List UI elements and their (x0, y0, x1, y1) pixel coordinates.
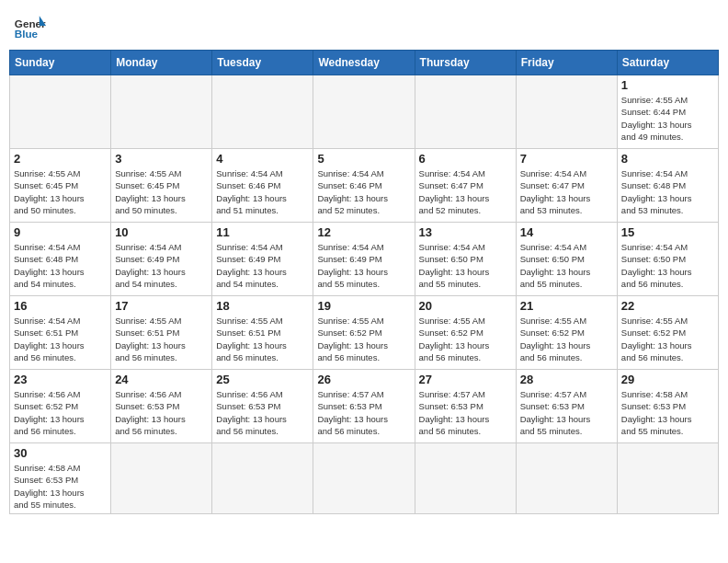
day-number: 16 (14, 299, 107, 313)
day-info: Sunrise: 4:56 AM Sunset: 6:53 PM Dayligh… (115, 388, 208, 437)
weekday-header-saturday: Saturday (617, 51, 718, 75)
day-number: 25 (216, 373, 309, 386)
day-number: 19 (317, 299, 410, 313)
day-info: Sunrise: 4:54 AM Sunset: 6:50 PM Dayligh… (520, 241, 613, 290)
day-cell: 6Sunrise: 4:54 AM Sunset: 6:47 PM Daylig… (415, 149, 516, 223)
day-cell: 28Sunrise: 4:57 AM Sunset: 6:53 PM Dayli… (516, 370, 617, 443)
page-header: General Blue (9, 9, 719, 42)
day-info: Sunrise: 4:54 AM Sunset: 6:49 PM Dayligh… (115, 241, 208, 290)
day-cell: 22Sunrise: 4:55 AM Sunset: 6:52 PM Dayli… (617, 296, 718, 370)
day-cell: 2Sunrise: 4:55 AM Sunset: 6:45 PM Daylig… (10, 149, 111, 223)
logo-icon: General Blue (13, 9, 46, 42)
day-info: Sunrise: 4:55 AM Sunset: 6:45 PM Dayligh… (14, 167, 107, 216)
day-number: 22 (621, 299, 714, 313)
svg-text:Blue: Blue (15, 28, 39, 40)
day-cell: 26Sunrise: 4:57 AM Sunset: 6:53 PM Dayli… (313, 370, 415, 443)
day-info: Sunrise: 4:54 AM Sunset: 6:49 PM Dayligh… (317, 241, 410, 290)
day-cell: 30Sunrise: 4:58 AM Sunset: 6:53 PM Dayli… (10, 443, 111, 514)
day-cell: 24Sunrise: 4:56 AM Sunset: 6:53 PM Dayli… (111, 370, 212, 443)
day-number: 15 (621, 225, 714, 239)
day-number: 5 (317, 152, 410, 166)
weekday-header-monday: Monday (111, 51, 212, 75)
day-cell: 21Sunrise: 4:55 AM Sunset: 6:52 PM Dayli… (516, 296, 617, 370)
day-cell (111, 443, 212, 514)
day-info: Sunrise: 4:55 AM Sunset: 6:51 PM Dayligh… (216, 315, 309, 363)
day-cell: 14Sunrise: 4:54 AM Sunset: 6:50 PM Dayli… (516, 223, 617, 296)
day-info: Sunrise: 4:55 AM Sunset: 6:52 PM Dayligh… (621, 315, 714, 363)
day-cell: 19Sunrise: 4:55 AM Sunset: 6:52 PM Dayli… (313, 296, 415, 370)
day-cell (313, 443, 415, 514)
day-info: Sunrise: 4:54 AM Sunset: 6:47 PM Dayligh… (520, 167, 613, 216)
day-info: Sunrise: 4:54 AM Sunset: 6:48 PM Dayligh… (621, 167, 714, 216)
day-cell: 3Sunrise: 4:55 AM Sunset: 6:45 PM Daylig… (111, 149, 212, 223)
day-cell (516, 75, 617, 149)
logo: General Blue (13, 9, 46, 42)
day-cell: 18Sunrise: 4:55 AM Sunset: 6:51 PM Dayli… (212, 296, 313, 370)
week-row-4: 16Sunrise: 4:54 AM Sunset: 6:51 PM Dayli… (10, 296, 719, 370)
day-number: 28 (520, 373, 613, 386)
day-number: 7 (520, 152, 613, 166)
day-number: 3 (115, 152, 208, 166)
day-number: 2 (14, 152, 107, 166)
day-cell: 11Sunrise: 4:54 AM Sunset: 6:49 PM Dayli… (212, 223, 313, 296)
day-info: Sunrise: 4:56 AM Sunset: 6:52 PM Dayligh… (14, 388, 107, 437)
day-number: 18 (216, 299, 309, 313)
day-cell: 20Sunrise: 4:55 AM Sunset: 6:52 PM Dayli… (415, 296, 516, 370)
day-cell: 25Sunrise: 4:56 AM Sunset: 6:53 PM Dayli… (212, 370, 313, 443)
day-info: Sunrise: 4:55 AM Sunset: 6:51 PM Dayligh… (115, 315, 208, 363)
day-number: 9 (14, 225, 107, 239)
day-cell: 7Sunrise: 4:54 AM Sunset: 6:47 PM Daylig… (516, 149, 617, 223)
day-cell (212, 75, 313, 149)
day-info: Sunrise: 4:54 AM Sunset: 6:51 PM Dayligh… (14, 315, 107, 363)
day-cell (111, 75, 212, 149)
day-cell: 8Sunrise: 4:54 AM Sunset: 6:48 PM Daylig… (617, 149, 718, 223)
day-number: 27 (419, 373, 512, 386)
day-number: 23 (14, 373, 107, 386)
weekday-header-row: SundayMondayTuesdayWednesdayThursdayFrid… (10, 51, 719, 75)
weekday-header-sunday: Sunday (10, 51, 111, 75)
day-info: Sunrise: 4:58 AM Sunset: 6:53 PM Dayligh… (14, 462, 107, 511)
day-cell (415, 75, 516, 149)
week-row-3: 9Sunrise: 4:54 AM Sunset: 6:48 PM Daylig… (10, 223, 719, 296)
weekday-header-thursday: Thursday (415, 51, 516, 75)
day-number: 11 (216, 225, 309, 239)
day-cell (617, 443, 718, 514)
day-number: 12 (317, 225, 410, 239)
day-info: Sunrise: 4:54 AM Sunset: 6:48 PM Dayligh… (14, 241, 107, 290)
day-cell: 10Sunrise: 4:54 AM Sunset: 6:49 PM Dayli… (111, 223, 212, 296)
day-cell: 23Sunrise: 4:56 AM Sunset: 6:52 PM Dayli… (10, 370, 111, 443)
day-cell: 5Sunrise: 4:54 AM Sunset: 6:46 PM Daylig… (313, 149, 415, 223)
day-cell (516, 443, 617, 514)
day-number: 6 (419, 152, 512, 166)
day-info: Sunrise: 4:58 AM Sunset: 6:53 PM Dayligh… (621, 388, 714, 437)
weekday-header-friday: Friday (516, 51, 617, 75)
day-info: Sunrise: 4:55 AM Sunset: 6:52 PM Dayligh… (317, 315, 410, 363)
day-cell: 12Sunrise: 4:54 AM Sunset: 6:49 PM Dayli… (313, 223, 415, 296)
day-cell: 9Sunrise: 4:54 AM Sunset: 6:48 PM Daylig… (10, 223, 111, 296)
day-info: Sunrise: 4:55 AM Sunset: 6:52 PM Dayligh… (520, 315, 613, 363)
day-cell: 29Sunrise: 4:58 AM Sunset: 6:53 PM Dayli… (617, 370, 718, 443)
calendar-table: SundayMondayTuesdayWednesdayThursdayFrid… (9, 50, 719, 514)
day-number: 8 (621, 152, 714, 166)
day-number: 29 (621, 373, 714, 386)
day-number: 20 (419, 299, 512, 313)
day-number: 17 (115, 299, 208, 313)
day-cell: 1Sunrise: 4:55 AM Sunset: 6:44 PM Daylig… (617, 75, 718, 149)
day-cell (313, 75, 415, 149)
day-cell: 16Sunrise: 4:54 AM Sunset: 6:51 PM Dayli… (10, 296, 111, 370)
day-number: 10 (115, 225, 208, 239)
day-info: Sunrise: 4:54 AM Sunset: 6:47 PM Dayligh… (419, 167, 512, 216)
day-cell: 17Sunrise: 4:55 AM Sunset: 6:51 PM Dayli… (111, 296, 212, 370)
day-info: Sunrise: 4:54 AM Sunset: 6:50 PM Dayligh… (621, 241, 714, 290)
day-info: Sunrise: 4:54 AM Sunset: 6:50 PM Dayligh… (419, 241, 512, 290)
day-number: 1 (621, 78, 714, 92)
day-info: Sunrise: 4:54 AM Sunset: 6:49 PM Dayligh… (216, 241, 309, 290)
day-number: 13 (419, 225, 512, 239)
day-info: Sunrise: 4:57 AM Sunset: 6:53 PM Dayligh… (419, 388, 512, 437)
day-cell (415, 443, 516, 514)
day-cell (10, 75, 111, 149)
day-number: 26 (317, 373, 410, 386)
week-row-2: 2Sunrise: 4:55 AM Sunset: 6:45 PM Daylig… (10, 149, 719, 223)
week-row-1: 1Sunrise: 4:55 AM Sunset: 6:44 PM Daylig… (10, 75, 719, 149)
day-number: 24 (115, 373, 208, 386)
